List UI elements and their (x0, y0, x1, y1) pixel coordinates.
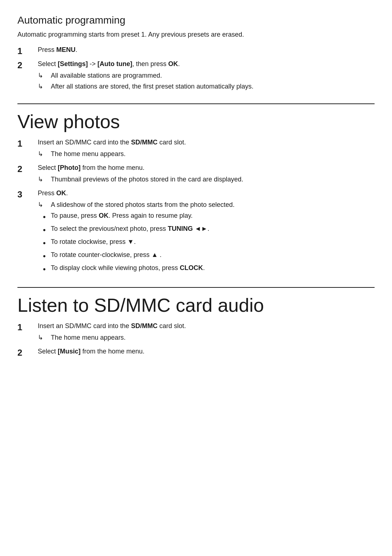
step-number: 1 (17, 138, 38, 150)
section-divider (17, 287, 375, 288)
section-title: Automatic programming (17, 15, 375, 26)
sub-list: ↳The home menu appears. (38, 333, 375, 343)
sub-content: To display clock while viewing photos, p… (51, 263, 205, 273)
step-content: Insert an SD/MMC card into the SD/MMC ca… (38, 321, 375, 344)
step-number: 2 (17, 59, 38, 71)
section-listen-sdmmc: Listen to SD/MMC card audio1Insert an SD… (17, 294, 375, 359)
sub-item: ↳All available stations are programmed. (38, 71, 375, 81)
section-divider (17, 103, 375, 104)
sub-item: ↳The home menu appears. (38, 333, 375, 343)
step-number: 2 (17, 163, 38, 175)
steps-list: 1Press MENU.2Select [Settings] -> [Auto … (17, 45, 375, 93)
step-content: Insert an SD/MMC card into the SD/MMC ca… (38, 138, 375, 161)
step-content: Select [Music] from the home menu. (38, 347, 375, 357)
sub-content: The home menu appears. (51, 333, 126, 343)
sub-content: To rotate counter-clockwise, press ▲ . (51, 250, 162, 260)
sub-list: ↳A slideshow of the stored photos starts… (38, 200, 375, 275)
sub-content: A slideshow of the stored photos starts … (51, 200, 234, 210)
sub-content: The home menu appears. (51, 149, 126, 159)
arrow-icon: ↳ (38, 175, 51, 185)
bullet-icon: • (38, 211, 51, 223)
sub-item: ↳A slideshow of the stored photos starts… (38, 200, 375, 210)
arrow-icon: ↳ (38, 333, 51, 343)
bullet-icon: • (38, 250, 51, 262)
section-title: Listen to SD/MMC card audio (17, 294, 375, 316)
page-content: Automatic programmingAutomatic programmi… (17, 15, 375, 359)
step-item: 3Press OK.↳A slideshow of the stored pho… (17, 188, 375, 277)
sub-item: •To rotate clockwise, press ▼. (38, 237, 375, 249)
sub-item: ↳Thumbnail previews of the photos stored… (38, 175, 375, 185)
sub-list: ↳Thumbnail previews of the photos stored… (38, 175, 375, 185)
sub-item: ↳The home menu appears. (38, 149, 375, 159)
bullet-icon: • (38, 224, 51, 236)
bullet-icon: • (38, 263, 51, 275)
sub-content: To rotate clockwise, press ▼. (51, 237, 136, 247)
arrow-icon: ↳ (38, 149, 51, 159)
step-item: 2Select [Photo] from the home menu.↳Thum… (17, 163, 375, 186)
step-content: Select [Settings] -> [Auto tune], then p… (38, 59, 375, 93)
section-automatic-programming: Automatic programmingAutomatic programmi… (17, 15, 375, 93)
step-item: 2Select [Music] from the home menu. (17, 347, 375, 359)
sub-item: •To display clock while viewing photos, … (38, 263, 375, 275)
step-number: 2 (17, 347, 38, 359)
sub-item: •To select the previous/next photo, pres… (38, 224, 375, 236)
step-item: 2Select [Settings] -> [Auto tune], then … (17, 59, 375, 93)
step-item: 1Insert an SD/MMC card into the SD/MMC c… (17, 138, 375, 161)
sub-list: ↳The home menu appears. (38, 149, 375, 159)
sub-content: Thumbnail previews of the photos stored … (51, 175, 243, 185)
step-number: 3 (17, 188, 38, 201)
bullet-icon: • (38, 237, 51, 249)
section-title: View photos (17, 111, 375, 132)
steps-list: 1Insert an SD/MMC card into the SD/MMC c… (17, 138, 375, 277)
sub-content: After all stations are stored, the first… (51, 82, 253, 92)
step-item: 1Press MENU. (17, 45, 375, 57)
arrow-icon: ↳ (38, 200, 51, 210)
sub-content: To select the previous/next photo, press… (51, 224, 209, 234)
sub-content: All available stations are programmed. (51, 71, 162, 81)
section-view-photos: View photos1Insert an SD/MMC card into t… (17, 111, 375, 277)
step-content: Press OK.↳A slideshow of the stored phot… (38, 188, 375, 277)
step-number: 1 (17, 321, 38, 334)
arrow-icon: ↳ (38, 82, 51, 92)
sub-item: •To pause, press OK. Press again to resu… (38, 211, 375, 223)
sub-list: ↳All available stations are programmed.↳… (38, 71, 375, 92)
arrow-icon: ↳ (38, 71, 51, 81)
sub-item: ↳After all stations are stored, the firs… (38, 82, 375, 92)
intro-text: Automatic programming starts from preset… (17, 30, 375, 40)
step-content: Select [Photo] from the home menu.↳Thumb… (38, 163, 375, 186)
steps-list: 1Insert an SD/MMC card into the SD/MMC c… (17, 321, 375, 359)
sub-item: •To rotate counter-clockwise, press ▲ . (38, 250, 375, 262)
step-item: 1Insert an SD/MMC card into the SD/MMC c… (17, 321, 375, 344)
step-number: 1 (17, 45, 38, 57)
sub-content: To pause, press OK. Press again to resum… (51, 211, 193, 221)
step-content: Press MENU. (38, 45, 375, 55)
